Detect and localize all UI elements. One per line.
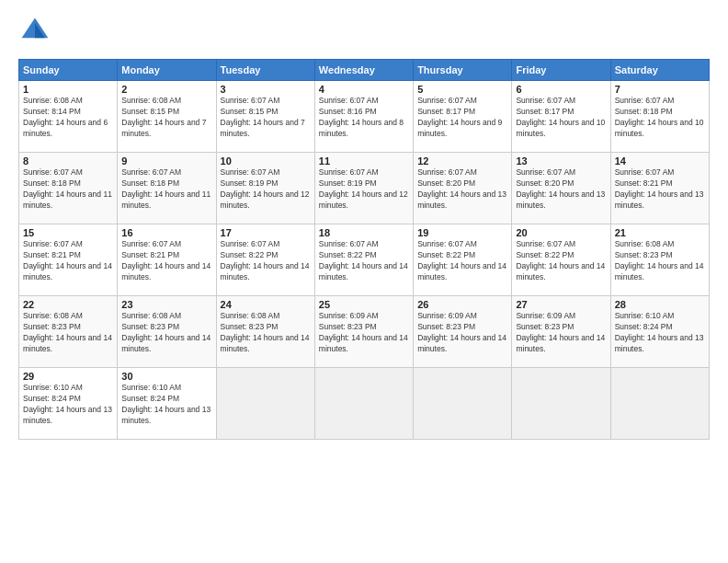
table-row: 30 Sunrise: 6:10 AM Sunset: 8:24 PM Dayl… — [118, 368, 216, 440]
day-info: Sunrise: 6:07 AM Sunset: 8:22 PM Dayligh… — [417, 239, 507, 283]
day-info: Sunrise: 6:07 AM Sunset: 8:22 PM Dayligh… — [516, 239, 606, 283]
table-row: 20 Sunrise: 6:07 AM Sunset: 8:22 PM Dayl… — [512, 224, 610, 296]
day-info: Sunrise: 6:08 AM Sunset: 8:23 PM Dayligh… — [121, 311, 211, 355]
calendar-week-row: 15 Sunrise: 6:07 AM Sunset: 8:21 PM Dayl… — [19, 224, 710, 296]
day-number: 9 — [121, 155, 211, 167]
table-row — [216, 368, 314, 440]
day-number: 18 — [319, 227, 409, 238]
day-info: Sunrise: 6:08 AM Sunset: 8:23 PM Dayligh… — [615, 239, 705, 283]
day-number: 29 — [23, 371, 113, 382]
table-row: 2 Sunrise: 6:08 AM Sunset: 8:15 PM Dayli… — [118, 81, 216, 153]
col-saturday: Saturday — [610, 60, 709, 81]
table-row: 29 Sunrise: 6:10 AM Sunset: 8:24 PM Dayl… — [19, 368, 118, 440]
day-info: Sunrise: 6:10 AM Sunset: 8:24 PM Dayligh… — [23, 383, 113, 427]
col-sunday: Sunday — [19, 60, 118, 81]
day-number: 3 — [221, 84, 311, 95]
day-number: 5 — [417, 84, 507, 95]
day-number: 23 — [121, 299, 211, 310]
table-row: 16 Sunrise: 6:07 AM Sunset: 8:21 PM Dayl… — [118, 224, 216, 296]
day-info: Sunrise: 6:08 AM Sunset: 8:15 PM Dayligh… — [121, 96, 211, 140]
day-number: 16 — [121, 227, 211, 238]
day-number: 21 — [615, 227, 705, 238]
calendar-week-row: 22 Sunrise: 6:08 AM Sunset: 8:23 PM Dayl… — [19, 296, 710, 368]
day-number: 11 — [319, 155, 409, 167]
logo — [18, 15, 57, 48]
table-row: 19 Sunrise: 6:07 AM Sunset: 8:22 PM Dayl… — [414, 224, 512, 296]
day-info: Sunrise: 6:07 AM Sunset: 8:18 PM Dayligh… — [23, 167, 113, 212]
day-info: Sunrise: 6:07 AM Sunset: 8:18 PM Dayligh… — [615, 96, 705, 140]
table-row — [314, 368, 413, 440]
col-monday: Monday — [118, 60, 216, 81]
day-number: 30 — [121, 371, 211, 382]
day-info: Sunrise: 6:07 AM Sunset: 8:17 PM Dayligh… — [417, 96, 507, 140]
table-row: 23 Sunrise: 6:08 AM Sunset: 8:23 PM Dayl… — [118, 296, 216, 368]
col-tuesday: Tuesday — [216, 60, 314, 81]
day-number: 22 — [23, 299, 113, 310]
table-row: 5 Sunrise: 6:07 AM Sunset: 8:17 PM Dayli… — [414, 81, 512, 153]
col-friday: Friday — [512, 60, 610, 81]
day-info: Sunrise: 6:10 AM Sunset: 8:24 PM Dayligh… — [121, 383, 211, 427]
day-number: 10 — [221, 155, 311, 167]
table-row: 15 Sunrise: 6:07 AM Sunset: 8:21 PM Dayl… — [19, 224, 118, 296]
day-info: Sunrise: 6:09 AM Sunset: 8:23 PM Dayligh… — [319, 311, 409, 355]
col-wednesday: Wednesday — [314, 60, 413, 81]
day-info: Sunrise: 6:08 AM Sunset: 8:23 PM Dayligh… — [23, 311, 113, 355]
day-info: Sunrise: 6:07 AM Sunset: 8:17 PM Dayligh… — [516, 96, 606, 140]
calendar-header-row: Sunday Monday Tuesday Wednesday Thursday… — [19, 60, 710, 81]
day-info: Sunrise: 6:09 AM Sunset: 8:23 PM Dayligh… — [516, 311, 606, 355]
table-row — [512, 368, 610, 440]
table-row: 11 Sunrise: 6:07 AM Sunset: 8:19 PM Dayl… — [314, 153, 413, 224]
day-info: Sunrise: 6:07 AM Sunset: 8:21 PM Dayligh… — [615, 167, 705, 212]
day-info: Sunrise: 6:07 AM Sunset: 8:22 PM Dayligh… — [221, 239, 311, 283]
day-info: Sunrise: 6:07 AM Sunset: 8:16 PM Dayligh… — [319, 96, 409, 140]
day-number: 19 — [417, 227, 507, 238]
table-row: 28 Sunrise: 6:10 AM Sunset: 8:24 PM Dayl… — [610, 296, 709, 368]
table-row: 21 Sunrise: 6:08 AM Sunset: 8:23 PM Dayl… — [610, 224, 709, 296]
day-info: Sunrise: 6:07 AM Sunset: 8:22 PM Dayligh… — [319, 239, 409, 283]
day-number: 20 — [516, 227, 606, 238]
day-number: 15 — [23, 227, 113, 238]
table-row — [610, 368, 709, 440]
calendar-week-row: 8 Sunrise: 6:07 AM Sunset: 8:18 PM Dayli… — [19, 153, 710, 224]
day-info: Sunrise: 6:07 AM Sunset: 8:15 PM Dayligh… — [221, 96, 311, 140]
table-row: 25 Sunrise: 6:09 AM Sunset: 8:23 PM Dayl… — [314, 296, 413, 368]
table-row: 4 Sunrise: 6:07 AM Sunset: 8:16 PM Dayli… — [314, 81, 413, 153]
day-number: 14 — [615, 155, 705, 167]
logo-icon — [18, 15, 51, 48]
table-row: 3 Sunrise: 6:07 AM Sunset: 8:15 PM Dayli… — [216, 81, 314, 153]
table-row: 10 Sunrise: 6:07 AM Sunset: 8:19 PM Dayl… — [216, 153, 314, 224]
table-row: 27 Sunrise: 6:09 AM Sunset: 8:23 PM Dayl… — [512, 296, 610, 368]
table-row: 26 Sunrise: 6:09 AM Sunset: 8:23 PM Dayl… — [414, 296, 512, 368]
table-row: 18 Sunrise: 6:07 AM Sunset: 8:22 PM Dayl… — [314, 224, 413, 296]
table-row: 7 Sunrise: 6:07 AM Sunset: 8:18 PM Dayli… — [610, 81, 709, 153]
day-number: 25 — [319, 299, 409, 310]
page: Sunday Monday Tuesday Wednesday Thursday… — [0, 0, 728, 563]
day-number: 17 — [221, 227, 311, 238]
header — [18, 15, 710, 48]
day-info: Sunrise: 6:07 AM Sunset: 8:20 PM Dayligh… — [417, 167, 507, 212]
day-number: 13 — [516, 155, 606, 167]
day-number: 8 — [23, 155, 113, 167]
day-number: 4 — [319, 84, 409, 95]
table-row: 22 Sunrise: 6:08 AM Sunset: 8:23 PM Dayl… — [19, 296, 118, 368]
day-info: Sunrise: 6:07 AM Sunset: 8:19 PM Dayligh… — [221, 167, 311, 212]
table-row: 17 Sunrise: 6:07 AM Sunset: 8:22 PM Dayl… — [216, 224, 314, 296]
day-info: Sunrise: 6:07 AM Sunset: 8:18 PM Dayligh… — [121, 167, 211, 212]
day-number: 1 — [23, 84, 113, 95]
day-number: 6 — [516, 84, 606, 95]
calendar-week-row: 1 Sunrise: 6:08 AM Sunset: 8:14 PM Dayli… — [19, 81, 710, 153]
table-row: 1 Sunrise: 6:08 AM Sunset: 8:14 PM Dayli… — [19, 81, 118, 153]
table-row: 24 Sunrise: 6:08 AM Sunset: 8:23 PM Dayl… — [216, 296, 314, 368]
day-number: 27 — [516, 299, 606, 310]
day-info: Sunrise: 6:08 AM Sunset: 8:14 PM Dayligh… — [23, 96, 113, 140]
day-number: 26 — [417, 299, 507, 310]
table-row: 8 Sunrise: 6:07 AM Sunset: 8:18 PM Dayli… — [19, 153, 118, 224]
day-info: Sunrise: 6:09 AM Sunset: 8:23 PM Dayligh… — [417, 311, 507, 355]
day-info: Sunrise: 6:07 AM Sunset: 8:20 PM Dayligh… — [516, 167, 606, 212]
day-number: 2 — [121, 84, 211, 95]
day-info: Sunrise: 6:07 AM Sunset: 8:19 PM Dayligh… — [319, 167, 409, 212]
day-info: Sunrise: 6:08 AM Sunset: 8:23 PM Dayligh… — [221, 311, 311, 355]
day-number: 28 — [615, 299, 705, 310]
day-info: Sunrise: 6:07 AM Sunset: 8:21 PM Dayligh… — [121, 239, 211, 283]
calendar: Sunday Monday Tuesday Wednesday Thursday… — [18, 59, 710, 440]
